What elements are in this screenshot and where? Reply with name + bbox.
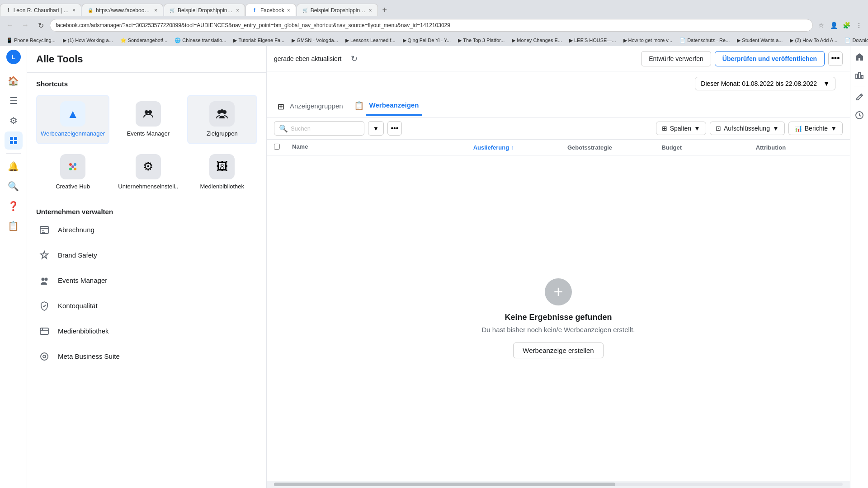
date-filter-row: Dieser Monat: 01.08.2022 bis 22.08.2022 …: [267, 71, 850, 96]
tab-close-2[interactable]: ×: [154, 7, 157, 14]
shortcut-label-unternehmen: Unternehmensei​nstell..: [118, 183, 178, 191]
tab-anzeigengruppen[interactable]: ⊞ Anzeigengruppen: [274, 97, 350, 117]
bookmark-13[interactable]: ▶Student Wants a...: [734, 37, 785, 44]
tab-close-4[interactable]: ×: [287, 7, 290, 14]
shortcut-events[interactable]: Events Manager: [113, 95, 183, 144]
tab-favicon-3: 🛒: [170, 7, 175, 14]
tab-werbeanzeigen[interactable]: 📋 Werbeanzeigen: [350, 96, 426, 117]
menu-abrechnung[interactable]: Abrechnung: [27, 217, 266, 243]
checkbox-header[interactable]: [274, 143, 285, 151]
shortcut-icon-werbeanzeigen: ▲: [60, 101, 85, 127]
extensions-icon[interactable]: 🧩: [841, 20, 852, 31]
empty-subtitle: Du hast bisher noch kein/e Werbeanzeigen…: [481, 326, 635, 333]
shortcut-icon-events: [136, 101, 161, 127]
filter-button[interactable]: ▼: [368, 121, 384, 136]
select-all-checkbox[interactable]: [274, 144, 280, 150]
events-manager-icon: [36, 272, 52, 289]
address-bar[interactable]: facebook.com/adsmanager/?act=30325357722…: [50, 19, 813, 32]
chevron-down-icon-reports: ▼: [830, 125, 837, 132]
browser-tab-3[interactable]: 🛒 Beispiel Dropshipping Store ... ×: [164, 4, 245, 16]
forward-button[interactable]: →: [19, 19, 32, 32]
profile-icon[interactable]: 👤: [828, 20, 839, 31]
browser-tab-2[interactable]: 🔒 https://www.facebook.com/ac... ×: [82, 4, 163, 16]
date-filter[interactable]: Dieser Monat: 01.08.2022 bis 22.08.2022 …: [695, 77, 835, 90]
bookmark-5[interactable]: ▶GMSN - Vologda...: [289, 37, 341, 44]
browser-tab-1[interactable]: f Leon R. Chaudhari | Facebook ×: [0, 4, 81, 16]
sidebar-menu-icon[interactable]: ☰: [5, 92, 23, 110]
search-input[interactable]: 🔍 Suchen: [274, 121, 364, 136]
shortcut-zielgruppen[interactable]: Zielgruppen: [187, 95, 257, 144]
sidebar-search-icon[interactable]: 🔍: [5, 177, 23, 195]
content-header: gerade eben aktualisiert ↻ Entwürfe verw…: [267, 46, 850, 71]
svg-rect-0: [10, 137, 13, 140]
shortcuts-label: Shortcuts: [27, 73, 266, 91]
menu-meta[interactable]: Meta Business Suite: [27, 344, 266, 369]
shortcut-label-medienbibliothek: Medienbibliothek: [200, 183, 244, 191]
right-home-icon[interactable]: [852, 50, 867, 64]
main-content: gerade eben aktualisiert ↻ Entwürfe verw…: [267, 46, 850, 488]
bookmark-4[interactable]: ▶Tutorial: Eigene Fa...: [231, 37, 287, 44]
bookmarks-bar: 📱Phone Recycling... ▶(1) How Working a..…: [0, 34, 868, 46]
publish-button[interactable]: Überprüfen und veröffentlichen: [715, 51, 825, 66]
bookmark-15[interactable]: 📄Download - Cooki...: [842, 37, 868, 44]
columns-button[interactable]: ⊞ Spalten ▼: [656, 122, 706, 135]
sidebar-table-icon[interactable]: [5, 131, 23, 150]
tab-close-3[interactable]: ×: [236, 7, 239, 14]
menu-kontoqualitat[interactable]: Kontoqualität: [27, 293, 266, 319]
more-button[interactable]: •••: [828, 52, 843, 66]
reports-button[interactable]: 📊 Berichte ▼: [788, 122, 843, 135]
right-clock-icon[interactable]: [852, 108, 867, 122]
bookmark-star-icon[interactable]: ☆: [816, 20, 826, 31]
col-header-auslieferung[interactable]: Auslieferung ↑: [473, 143, 560, 151]
bookmark-0[interactable]: 📱Phone Recycling...: [4, 37, 58, 44]
shortcut-medienbibliothek[interactable]: 🖼 Medienbibliothek: [187, 148, 257, 197]
refresh-button[interactable]: ↻: [347, 52, 361, 66]
avatar[interactable]: L: [6, 50, 21, 64]
bookmark-10[interactable]: ▶LEE'S HOUSE—...: [566, 37, 619, 44]
back-button[interactable]: ←: [4, 19, 16, 32]
bookmark-9[interactable]: ▶Money Changes E...: [509, 37, 565, 44]
tab-close-1[interactable]: ×: [72, 7, 75, 14]
bookmark-3[interactable]: 🌐Chinese translatio...: [172, 37, 229, 44]
menu-icon[interactable]: ⋮: [854, 20, 864, 31]
more-toolbar-button[interactable]: •••: [387, 121, 402, 136]
shortcut-creative[interactable]: Creative Hub: [36, 148, 109, 197]
bookmark-2[interactable]: ⭐Sonderangebot!...: [118, 37, 170, 44]
sidebar-bell-icon[interactable]: 🔔: [5, 157, 23, 175]
browser-tab-5[interactable]: 🛒 Beispiel Dropshipping Store ×: [297, 4, 378, 16]
menu-medienbibliothek2[interactable]: Medienbibliothek: [27, 319, 266, 344]
add-item-button[interactable]: +: [545, 278, 572, 305]
horizontal-scrollbar[interactable]: [274, 483, 843, 486]
create-ad-button[interactable]: Werbeanzeige erstellen: [513, 343, 603, 358]
bookmark-7[interactable]: ▶Qing Fei De Yi - Y...: [400, 37, 454, 44]
tab-close-5[interactable]: ×: [369, 7, 372, 14]
filter-icon: ▼: [373, 125, 379, 132]
shortcut-icon-creative: [60, 154, 85, 179]
bookmark-11[interactable]: ▶How to get more v...: [621, 37, 675, 44]
menu-events-manager[interactable]: Events Manager: [27, 268, 266, 293]
sidebar-grid-icon[interactable]: 📋: [5, 217, 23, 235]
sidebar-settings-icon[interactable]: ⚙: [5, 112, 23, 130]
browser-tab-4[interactable]: f Facebook ×: [245, 4, 296, 16]
sidebar-home-icon[interactable]: 🏠: [5, 72, 23, 90]
meta-icon: [36, 348, 52, 365]
shortcut-werbeanzeigen[interactable]: ▲ Werbeanzeigenmanager: [36, 95, 109, 144]
sidebar-help-icon[interactable]: ❓: [5, 197, 23, 215]
header-status: gerade eben aktualisiert: [274, 55, 341, 62]
bookmark-8[interactable]: ▶The Top 3 Platfor...: [455, 37, 507, 44]
sidebar-divider-top: [6, 68, 21, 68]
svg-point-9: [220, 109, 224, 113]
bookmark-1[interactable]: ▶(1) How Working a...: [60, 37, 116, 44]
bookmark-14[interactable]: ▶(2) How To Add A...: [787, 37, 840, 44]
sidebar-divider-mid: [6, 153, 21, 154]
shortcut-unternehmen[interactable]: ⚙ Unternehmensei​nstell..: [113, 148, 183, 197]
discard-button[interactable]: Entwürfe verwerfen: [641, 51, 711, 66]
bookmark-6[interactable]: ▶Lessons Learned f...: [343, 37, 398, 44]
new-tab-button[interactable]: +: [378, 4, 391, 16]
breakdown-button[interactable]: ⊡ Aufschlüsselung ▼: [710, 122, 785, 135]
menu-brand[interactable]: Brand Safety: [27, 243, 266, 268]
right-chart-icon[interactable]: [852, 68, 867, 82]
right-edit-icon[interactable]: [852, 90, 867, 104]
reload-button[interactable]: ↻: [34, 19, 47, 32]
bookmark-12[interactable]: 📄Datenschutz - Re...: [677, 37, 732, 44]
